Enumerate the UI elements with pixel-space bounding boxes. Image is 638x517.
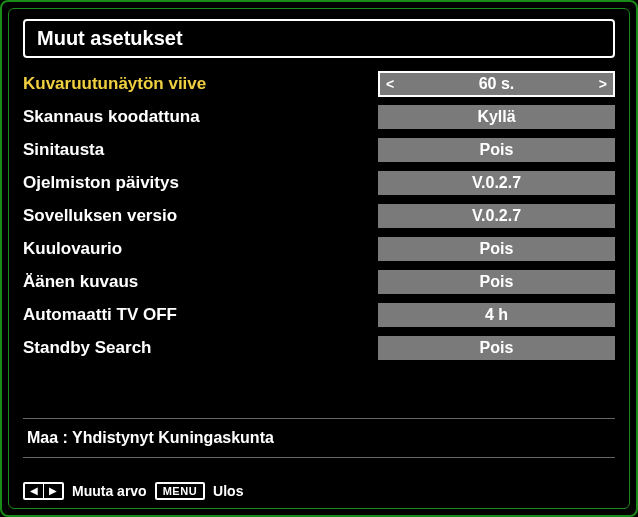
setting-value[interactable]: Kyllä <box>378 105 615 129</box>
inner-frame: Muut asetukset Kuvaruutunäytön viive<>60… <box>8 8 630 509</box>
setting-row[interactable]: Standby SearchPois <box>23 336 615 360</box>
setting-row[interactable]: Automaatti TV OFF4 h <box>23 303 615 327</box>
menu-button[interactable]: MENU <box>155 482 205 500</box>
setting-label: Sinitausta <box>23 140 378 160</box>
setting-value[interactable]: <>60 s. <box>378 71 615 97</box>
change-value-label: Muuta arvo <box>72 483 147 499</box>
country-label: Maa : Yhdistynyt Kuningaskunta <box>27 429 274 446</box>
exit-label: Ulos <box>213 483 243 499</box>
setting-label: Äänen kuvaus <box>23 272 378 292</box>
setting-row[interactable]: Äänen kuvausPois <box>23 270 615 294</box>
setting-label: Kuvaruutunäytön viive <box>23 74 378 94</box>
setting-value-text: 4 h <box>485 306 508 324</box>
setting-row[interactable]: KuulovaurioPois <box>23 237 615 261</box>
setting-label: Sovelluksen versio <box>23 206 378 226</box>
setting-value-text: Kyllä <box>477 108 515 126</box>
setting-value-text: V.0.2.7 <box>472 207 521 225</box>
chevron-left-icon[interactable]: < <box>386 76 394 92</box>
setting-value[interactable]: Pois <box>378 336 615 360</box>
setting-label: Ojelmiston päivitys <box>23 173 378 193</box>
setting-label: Standby Search <box>23 338 378 358</box>
setting-value[interactable]: 4 h <box>378 303 615 327</box>
setting-value[interactable]: Pois <box>378 237 615 261</box>
chevron-right-icon[interactable]: > <box>599 76 607 92</box>
setting-row[interactable]: Sovelluksen versioV.0.2.7 <box>23 204 615 228</box>
setting-label: Skannaus koodattuna <box>23 107 378 127</box>
setting-label: Automaatti TV OFF <box>23 305 378 325</box>
settings-list: Kuvaruutunäytön viive<>60 s.Skannaus koo… <box>9 72 629 360</box>
footer-info: Maa : Yhdistynyt Kuningaskunta <box>23 418 615 458</box>
setting-row[interactable]: Kuvaruutunäytön viive<>60 s. <box>23 72 615 96</box>
setting-value[interactable]: Pois <box>378 138 615 162</box>
outer-frame: Muut asetukset Kuvaruutunäytön viive<>60… <box>0 0 638 517</box>
setting-label: Kuulovaurio <box>23 239 378 259</box>
title-box: Muut asetukset <box>23 19 615 58</box>
bottom-bar: ◀ ▶ Muuta arvo MENU Ulos <box>23 482 243 500</box>
left-right-icon[interactable]: ◀ ▶ <box>23 482 64 500</box>
setting-row[interactable]: Skannaus koodattunaKyllä <box>23 105 615 129</box>
setting-value-text: Pois <box>480 240 514 258</box>
setting-value[interactable]: Pois <box>378 270 615 294</box>
setting-row[interactable]: SinitaustaPois <box>23 138 615 162</box>
setting-value-text: Pois <box>480 273 514 291</box>
triangle-left-icon: ◀ <box>25 484 43 498</box>
page-title: Muut asetukset <box>37 27 601 50</box>
triangle-right-icon: ▶ <box>44 484 62 498</box>
setting-value-text: V.0.2.7 <box>472 174 521 192</box>
setting-value-text: 60 s. <box>479 75 515 93</box>
setting-value[interactable]: V.0.2.7 <box>378 171 615 195</box>
setting-value[interactable]: V.0.2.7 <box>378 204 615 228</box>
setting-value-text: Pois <box>480 339 514 357</box>
setting-row[interactable]: Ojelmiston päivitysV.0.2.7 <box>23 171 615 195</box>
setting-value-text: Pois <box>480 141 514 159</box>
